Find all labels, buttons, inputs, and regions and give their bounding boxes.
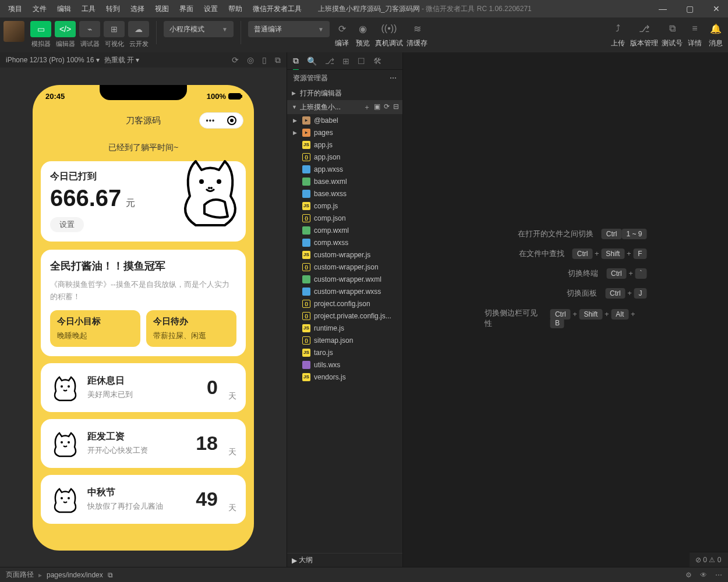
- file-node[interactable]: JScustom-wrapper.js: [287, 249, 402, 261]
- countdown-row[interactable]: 距发工资开开心心快发工资18天: [41, 419, 246, 468]
- hint-row: 切换面板Ctrl + J: [485, 288, 647, 299]
- menu-item[interactable]: 视图: [150, 2, 174, 16]
- copy-path-icon[interactable]: ⧉: [108, 571, 113, 579]
- file-node[interactable]: {}app.json: [287, 151, 402, 163]
- file-node[interactable]: custom-wrapper.wxml: [287, 273, 402, 285]
- device-select[interactable]: iPhone 12/13 (Pro) 100% 16 ▾: [6, 56, 100, 64]
- svg-point-4: [61, 385, 63, 388]
- record-icon[interactable]: ◎: [247, 55, 254, 65]
- detail-button[interactable]: ≡: [686, 21, 704, 36]
- hot-reload-toggle[interactable]: 热重载 开 ▾: [104, 55, 140, 65]
- settings-button[interactable]: 设置: [50, 217, 84, 232]
- editor-area: 在打开的文件之间切换Ctrl1 ~ 9在文件中查找Ctrl + Shift + …: [403, 52, 728, 567]
- tab-search-icon[interactable]: 🔍: [307, 56, 317, 66]
- file-node[interactable]: JSapp.js: [287, 139, 402, 151]
- new-file-icon[interactable]: ＋: [363, 102, 370, 112]
- phone-icon[interactable]: ▯: [262, 55, 267, 65]
- tab-explorer-icon[interactable]: ⧉: [293, 56, 299, 70]
- folder-node[interactable]: ▶▸pages: [287, 126, 402, 139]
- svg-point-5: [68, 385, 70, 388]
- file-node[interactable]: custom-wrapper.wxss: [287, 285, 402, 297]
- compile-select[interactable]: 普通编译▼: [248, 21, 330, 37]
- goal-tile[interactable]: 今日小目标 晚睡晚起: [50, 310, 140, 347]
- tab-git-icon[interactable]: ⎇: [325, 56, 334, 66]
- user-avatar[interactable]: [3, 21, 24, 42]
- file-node[interactable]: JSvendors.js: [287, 371, 402, 383]
- debugger-toggle[interactable]: ⌁: [79, 21, 100, 37]
- menu-item[interactable]: 帮助: [224, 2, 247, 16]
- cloud-dev-button[interactable]: ☁: [128, 21, 149, 37]
- menu-item[interactable]: 项目: [3, 2, 27, 16]
- eye-icon[interactable]: 👁: [700, 571, 707, 579]
- file-node[interactable]: base.wxml: [287, 175, 402, 187]
- collapse-icon[interactable]: ⊟: [393, 102, 399, 112]
- capsule-close-icon[interactable]: [227, 116, 236, 125]
- menu-item[interactable]: 工具: [77, 2, 100, 16]
- remote-debug-button[interactable]: ((•)): [380, 21, 398, 36]
- section-project[interactable]: ▼上班摸鱼小... ＋ ▣ ⟳ ⊟: [287, 100, 402, 114]
- version-button[interactable]: ⎇: [635, 21, 653, 36]
- more-icon[interactable]: ⋯: [715, 571, 722, 579]
- file-node[interactable]: {}comp.json: [287, 212, 402, 224]
- popout-icon[interactable]: ⧉: [275, 55, 281, 65]
- file-node[interactable]: JSruntime.js: [287, 322, 402, 334]
- menu-item[interactable]: 微信开发者工具: [248, 2, 306, 16]
- explorer-more-icon[interactable]: ⋯: [390, 74, 397, 82]
- refresh-tree-icon[interactable]: ⟳: [384, 102, 390, 112]
- message-button[interactable]: 🔔: [707, 21, 725, 36]
- file-node[interactable]: {}project.private.config.js...: [287, 310, 402, 322]
- hint-row: 在打开的文件之间切换Ctrl1 ~ 9: [485, 229, 647, 239]
- svg-point-0: [199, 179, 204, 184]
- file-node[interactable]: {}custom-wrapper.json: [287, 261, 402, 273]
- preview-button[interactable]: ◉: [354, 21, 372, 36]
- capsule-menu-icon[interactable]: •••: [206, 116, 215, 125]
- folder-node[interactable]: ▶▸@babel: [287, 114, 402, 126]
- bug-icon[interactable]: ⚙: [685, 571, 692, 579]
- menu-item[interactable]: 转到: [101, 2, 125, 16]
- tab-todo-icon[interactable]: ☐: [358, 56, 365, 66]
- section-open-editors[interactable]: ▶打开的编辑器: [287, 86, 402, 100]
- file-node[interactable]: JScomp.js: [287, 200, 402, 212]
- menu-item[interactable]: 界面: [175, 2, 198, 16]
- compile-button[interactable]: ⟳: [333, 21, 351, 36]
- earnings-card: 今日已打到 666.67 元 设置: [41, 161, 246, 242]
- menu-item[interactable]: 文件: [28, 2, 51, 16]
- path-label: 页面路径: [6, 570, 34, 580]
- todo-tile[interactable]: 今日待办 带薪拉屎、闲逛: [146, 310, 236, 347]
- section-outline[interactable]: ▶ 大纲: [287, 553, 402, 567]
- maximize-button[interactable]: ▢: [681, 4, 698, 13]
- minimize-button[interactable]: —: [655, 4, 671, 13]
- mode-select[interactable]: 小程序模式▼: [164, 21, 234, 37]
- test-account-button[interactable]: ⧉: [663, 21, 681, 36]
- menu-item[interactable]: 编辑: [52, 2, 76, 16]
- refresh-icon[interactable]: ⟳: [232, 55, 239, 65]
- countdown-row[interactable]: 中秋节快放假了再打会儿酱油49天: [41, 475, 246, 524]
- file-node[interactable]: app.wxss: [287, 163, 402, 175]
- countdown-row[interactable]: 距休息日美好周末已到0天: [41, 363, 246, 412]
- editor-toggle[interactable]: </>: [55, 21, 76, 37]
- visual-toggle[interactable]: ⊞: [104, 21, 125, 37]
- capsule-button[interactable]: •••: [199, 112, 243, 129]
- file-node[interactable]: {}project.config.json: [287, 297, 402, 310]
- simulator-toggle[interactable]: ▭: [30, 21, 51, 37]
- hint-row: 切换侧边栏可见性Ctrl + Shift + Alt + B: [485, 308, 647, 329]
- file-node[interactable]: utils.wxs: [287, 359, 402, 371]
- svg-point-6: [61, 441, 63, 443]
- file-node[interactable]: comp.wxml: [287, 224, 402, 236]
- tab-build-icon[interactable]: 🛠: [373, 56, 381, 66]
- file-node[interactable]: base.wxss: [287, 187, 402, 200]
- menu-item[interactable]: 设置: [199, 2, 222, 16]
- clear-cache-button[interactable]: ≋: [408, 21, 426, 36]
- explorer-panel: ⧉ 🔍 ⎇ ⊞ ☐ 🛠 资源管理器 ⋯ ▶打开的编辑器 ▼上班摸鱼小... ＋ …: [287, 52, 403, 567]
- file-node[interactable]: {}sitemap.json: [287, 334, 402, 346]
- menu-item[interactable]: 选择: [126, 2, 149, 16]
- file-node[interactable]: JStaro.js: [287, 346, 402, 359]
- phone-simulator: 20:45 100% 刀客源码 ••• 已经到了躺平时间~ 今日已打到 666.…: [33, 85, 254, 551]
- upload-button[interactable]: ⤴: [609, 21, 627, 36]
- file-tree: ▶▸@babel▶▸pagesJSapp.js{}app.jsonapp.wxs…: [287, 114, 402, 553]
- tab-ext-icon[interactable]: ⊞: [342, 56, 349, 66]
- close-button[interactable]: ✕: [708, 4, 725, 13]
- problems-indicator[interactable]: ⊘ 0 ⚠ 0: [695, 556, 721, 564]
- file-node[interactable]: comp.wxss: [287, 236, 402, 249]
- new-folder-icon[interactable]: ▣: [374, 102, 380, 112]
